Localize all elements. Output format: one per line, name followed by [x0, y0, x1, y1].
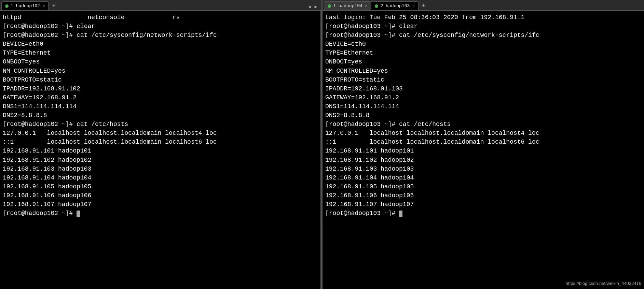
- terminal-line: 192.168.91.107 hadoop107: [325, 200, 641, 209]
- terminal-line: [root@hadoop103 ~]# clear: [325, 22, 641, 31]
- terminal-line: 192.168.91.107 hadoop107: [3, 200, 318, 209]
- terminal-line: ONBOOT=yes: [325, 57, 641, 66]
- terminal-line: [root@hadoop102 ~]# clear: [3, 22, 318, 31]
- tab-label-left: 1 hadoop102: [11, 3, 40, 9]
- terminal-line: DNS2=8.8.8.8: [325, 111, 641, 120]
- terminal-line: 192.168.91.101 hadoop101: [3, 146, 318, 155]
- tab-hadoop102[interactable]: 1 hadoop102 ×: [1, 1, 49, 10]
- terminal-line: ::1 localhost localhost.localdomain loca…: [325, 138, 641, 146]
- terminal-line: 192.168.91.103 hadoop103: [325, 164, 641, 173]
- terminal-left: httpd netconsole rs[root@hadoop102 ~]# c…: [0, 11, 321, 289]
- terminal-line: 127.0.0.1 localhost localhost.localdomai…: [3, 129, 318, 138]
- tab-add-left[interactable]: +: [49, 1, 58, 10]
- terminal-line: [root@hadoop103 ~]# cat /etc/hosts: [325, 120, 641, 129]
- tab-dot-right1: [328, 4, 331, 8]
- terminal-line: IPADDR=192.168.91.103: [325, 84, 641, 93]
- tab-dot-left: [5, 4, 9, 8]
- tab-add-right[interactable]: +: [419, 1, 428, 10]
- terminal-line: 192.168.91.106 hadoop106: [3, 191, 318, 200]
- terminal-line: TYPE=Ethernet: [325, 48, 641, 57]
- terminal-line: Last login: Tue Feb 25 08:36:03 2020 fro…: [325, 13, 641, 22]
- terminal-line: IPADDR=192.168.91.102: [3, 84, 318, 93]
- terminal-line: 192.168.91.106 hadoop106: [325, 191, 641, 200]
- terminal-line: DNS1=114.114.114.114: [3, 102, 318, 111]
- tab-label-right1: 1 hadoop104: [333, 3, 362, 9]
- terminal-line: 192.168.91.103 hadoop103: [3, 164, 318, 173]
- terminal-line: httpd netconsole rs: [3, 13, 318, 22]
- terminal-line: GATEWAY=192.168.91.2: [3, 93, 318, 102]
- terminal-line: DEVICE=eth0: [3, 40, 318, 48]
- cursor-left: [77, 211, 80, 217]
- scroll-right-btn[interactable]: ▶: [313, 3, 319, 10]
- terminal-line: [root@hadoop103 ~]# cat /etc/sysconfig/n…: [325, 31, 641, 40]
- terminal-line: NM_CONTROLLED=yes: [3, 67, 318, 75]
- terminal-line: 192.168.91.101 hadoop101: [325, 146, 641, 155]
- terminal-line: [root@hadoop102 ~]# cat /etc/sysconfig/n…: [3, 31, 318, 40]
- tab-close-right2[interactable]: ×: [412, 4, 415, 8]
- terminal-line: GATEWAY=192.168.91.2: [325, 93, 641, 102]
- terminal-line: 192.168.91.104 hadoop104: [325, 173, 641, 182]
- terminal-line: 192.168.91.102 hadoop102: [3, 156, 318, 164]
- terminal-line: 127.0.0.1 localhost localhost.localdomai…: [325, 129, 641, 138]
- scroll-left-btn[interactable]: ◀: [307, 3, 312, 10]
- tab-hadoop104[interactable]: 1 hadoop104 ×: [324, 1, 371, 10]
- cursor-right: [399, 211, 402, 217]
- terminal-line: DNS2=8.8.8.8: [3, 111, 318, 120]
- terminal-line: DNS1=114.114.114.114: [325, 102, 641, 111]
- terminal-line: 192.168.91.104 hadoop104: [3, 173, 318, 182]
- terminal-line: 192.168.91.102 hadoop102: [325, 156, 641, 164]
- terminal-line: TYPE=Ethernet: [3, 48, 318, 57]
- tab-close-right1[interactable]: ×: [365, 4, 368, 8]
- terminal-line: [root@hadoop103 ~]#: [325, 209, 641, 218]
- tab-hadoop103[interactable]: 2 hadoop103 ×: [371, 1, 418, 10]
- terminal-line: [root@hadoop102 ~]#: [3, 209, 318, 218]
- tab-dot-right2: [375, 4, 378, 8]
- terminal-line: ::1 localhost localhost.localdomain loca…: [3, 138, 318, 146]
- terminal-line: [root@hadoop102 ~]# cat /etc/hosts: [3, 120, 318, 129]
- tab-label-right2: 2 hadoop103: [380, 3, 410, 9]
- terminal-line: 192.168.91.105 hadoop105: [325, 182, 641, 191]
- terminal-line: BOOTPROTO=static: [3, 75, 318, 84]
- terminal-right: Last login: Tue Feb 25 08:36:03 2020 fro…: [323, 11, 644, 289]
- tab-close-left[interactable]: ×: [43, 4, 45, 8]
- terminal-line: 192.168.91.105 hadoop105: [3, 182, 318, 191]
- terminal-line: BOOTPROTO=static: [325, 75, 641, 84]
- terminal-line: NM_CONTROLLED=yes: [325, 67, 641, 75]
- watermark: https://blog.csdn.net/weixin_44022416: [566, 280, 641, 287]
- terminal-line: ONBOOT=yes: [3, 57, 318, 66]
- terminal-line: DEVICE=eth0: [325, 40, 641, 48]
